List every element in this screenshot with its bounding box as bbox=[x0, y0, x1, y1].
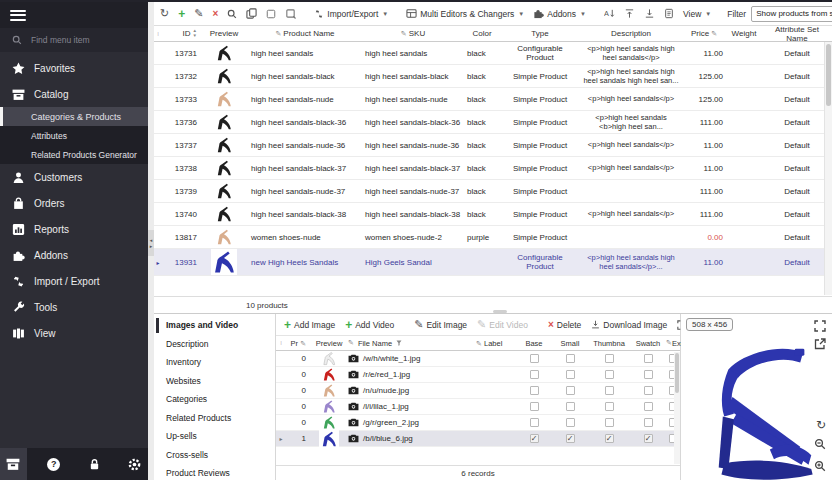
col-swatch[interactable]: Swatch bbox=[630, 339, 666, 348]
add-product-button[interactable]: + bbox=[176, 6, 187, 22]
thumbnail-checkbox[interactable] bbox=[605, 418, 614, 427]
view-menu[interactable]: View▼ bbox=[681, 7, 713, 21]
copy-button[interactable] bbox=[244, 6, 259, 21]
select-button[interactable] bbox=[264, 7, 278, 21]
product-row[interactable]: 13740 high heel sandals-black-38high hee… bbox=[154, 203, 832, 226]
sidebar-item-favorites[interactable]: Favorites bbox=[0, 55, 148, 81]
add-image-button[interactable]: +Add Image bbox=[282, 317, 337, 333]
col-file-name[interactable]: ✎File Name bbox=[346, 339, 476, 348]
products-grid-scrollbar[interactable] bbox=[824, 42, 832, 295]
swatch-checkbox[interactable] bbox=[644, 354, 653, 363]
swatch-checkbox[interactable] bbox=[644, 402, 653, 411]
col-type[interactable]: Type bbox=[500, 29, 580, 38]
thumbnail-checkbox[interactable] bbox=[605, 386, 614, 395]
base-checkbox[interactable] bbox=[530, 418, 539, 427]
col-label[interactable]: ✎ Label bbox=[476, 339, 516, 348]
product-row[interactable]: 13732 high heel sandals-blackhigh heel s… bbox=[154, 65, 832, 88]
product-row[interactable]: 13736 high heel sandals-black-36high hee… bbox=[154, 111, 832, 134]
hamburger-menu-icon[interactable] bbox=[10, 10, 26, 21]
sidebar-item-reports[interactable]: Reports bbox=[0, 216, 148, 242]
multi-editors-menu[interactable]: Multi Editors & Changers▼ bbox=[404, 6, 526, 21]
thumbnail-checkbox[interactable] bbox=[605, 370, 614, 379]
tab-categories[interactable]: Categories bbox=[154, 390, 275, 409]
small-checkbox[interactable] bbox=[566, 418, 575, 427]
image-row[interactable]: 0 /r/e/red_1.jpg bbox=[276, 367, 680, 383]
small-checkbox[interactable] bbox=[566, 354, 575, 363]
sidebar-item-view[interactable]: View bbox=[0, 320, 148, 346]
sidebar-item-attributes[interactable]: Attributes bbox=[0, 126, 148, 145]
base-checkbox[interactable] bbox=[530, 354, 539, 363]
small-checkbox[interactable]: ✓ bbox=[566, 434, 575, 443]
sidebar-item-related-products-generator[interactable]: Related Products Generator bbox=[0, 145, 148, 164]
product-row[interactable]: 13739 high heel sandals-nude-37high heel… bbox=[154, 180, 832, 203]
product-row-selected[interactable]: ▸13931 new High Heels SandalsHigh Geels … bbox=[154, 249, 832, 276]
image-row[interactable]: 0 /l/i/lilac_1.jpg bbox=[276, 399, 680, 415]
small-checkbox[interactable] bbox=[566, 370, 575, 379]
addons-menu[interactable]: Addons▼ bbox=[531, 6, 588, 21]
download-image-button[interactable]: Download Image bbox=[589, 318, 669, 332]
product-row[interactable]: 13817 women shoes-nudewomen shoes-nude-2… bbox=[154, 226, 832, 249]
store-manager-icon[interactable] bbox=[0, 448, 27, 480]
col-description[interactable]: Description bbox=[580, 29, 682, 39]
fullscreen-icon[interactable] bbox=[814, 318, 826, 336]
product-row[interactable]: 13738 high heel sandals-black-37high hee… bbox=[154, 157, 832, 180]
col-base[interactable]: Base bbox=[516, 339, 552, 348]
col-small[interactable]: Small bbox=[552, 339, 588, 348]
add-video-button[interactable]: +Add Video bbox=[343, 317, 396, 333]
product-row[interactable]: 13731 high heel sandalshigh heel sandals… bbox=[154, 42, 832, 65]
image-row[interactable]: 0 /n/u/nude.jpg bbox=[276, 383, 680, 399]
tab-description[interactable]: Description bbox=[154, 335, 275, 354]
refresh-button[interactable]: ↻ bbox=[158, 6, 171, 21]
sidebar-item-categories-products[interactable]: Categories & Products bbox=[0, 107, 148, 126]
col-id[interactable]: ID▲▼ bbox=[162, 29, 200, 38]
category-filter-select[interactable]: Show products from selected categories▼ bbox=[751, 6, 832, 22]
col-color[interactable]: Color bbox=[464, 29, 500, 38]
sidebar-item-customers[interactable]: Customers bbox=[0, 164, 148, 190]
tab-up-sells[interactable]: Up-sells bbox=[154, 427, 275, 446]
product-row[interactable]: 13733 high heel sandals-nudehigh heel sa… bbox=[154, 88, 832, 111]
zoom-out-icon[interactable] bbox=[814, 436, 826, 454]
tab-product-reviews[interactable]: Product Reviews bbox=[154, 464, 275, 480]
base-checkbox[interactable] bbox=[530, 370, 539, 379]
gear-icon[interactable] bbox=[122, 458, 149, 471]
col-weight[interactable]: Weight bbox=[726, 29, 762, 38]
lock-icon[interactable] bbox=[81, 458, 108, 471]
sidebar-item-tools[interactable]: Tools bbox=[0, 294, 148, 320]
page-view-button[interactable] bbox=[662, 6, 676, 21]
col-preview[interactable]: Preview bbox=[200, 29, 248, 38]
thumbnail-checkbox[interactable]: ✓ bbox=[605, 434, 614, 443]
swatch-checkbox[interactable] bbox=[644, 418, 653, 427]
preview-button[interactable] bbox=[225, 7, 239, 21]
images-grid-scrollbar[interactable] bbox=[674, 352, 680, 464]
tab-related-products[interactable]: Related Products bbox=[154, 409, 275, 428]
col-sku[interactable]: ✎ SKU bbox=[362, 29, 464, 38]
col-attribute-set[interactable]: Attribute Set Name bbox=[762, 25, 832, 43]
col-img-preview[interactable]: Preview bbox=[312, 339, 346, 348]
sort-button[interactable]: A bbox=[602, 6, 617, 21]
col-pr[interactable]: Pr ✎ bbox=[286, 339, 312, 348]
paste-button[interactable] bbox=[283, 6, 298, 21]
sidebar-item-catalog[interactable]: Catalog bbox=[0, 81, 148, 107]
small-checkbox[interactable] bbox=[566, 386, 575, 395]
thumbnail-checkbox[interactable] bbox=[605, 402, 614, 411]
edit-image-button[interactable]: ✎Edit Image bbox=[412, 317, 469, 332]
small-checkbox[interactable] bbox=[566, 402, 575, 411]
sidebar-item-orders[interactable]: Orders bbox=[0, 190, 148, 216]
edit-product-button[interactable]: ✎ bbox=[192, 6, 205, 21]
delete-product-button[interactable]: × bbox=[210, 7, 220, 21]
swatch-checkbox[interactable] bbox=[644, 386, 653, 395]
base-checkbox[interactable]: ✓ bbox=[530, 434, 539, 443]
base-checkbox[interactable] bbox=[530, 386, 539, 395]
image-row[interactable]: 0 /w/h/white_1.jpg bbox=[276, 351, 680, 367]
tab-cross-sells[interactable]: Cross-sells bbox=[154, 446, 275, 465]
col-price[interactable]: Price✎ bbox=[682, 29, 726, 38]
menu-search-input[interactable] bbox=[29, 34, 129, 46]
base-checkbox[interactable] bbox=[530, 402, 539, 411]
swatch-checkbox[interactable]: ✓ bbox=[644, 434, 653, 443]
swatch-checkbox[interactable] bbox=[644, 370, 653, 379]
product-row[interactable]: 13737 high heel sandals-nude-36high heel… bbox=[154, 134, 832, 157]
sidebar-item-addons[interactable]: Addons bbox=[0, 242, 148, 268]
tab-websites[interactable]: Websites bbox=[154, 372, 275, 391]
col-thumbnail[interactable]: Thumbna bbox=[588, 339, 630, 348]
sidebar-item-import-export[interactable]: Import / Export bbox=[0, 268, 148, 294]
